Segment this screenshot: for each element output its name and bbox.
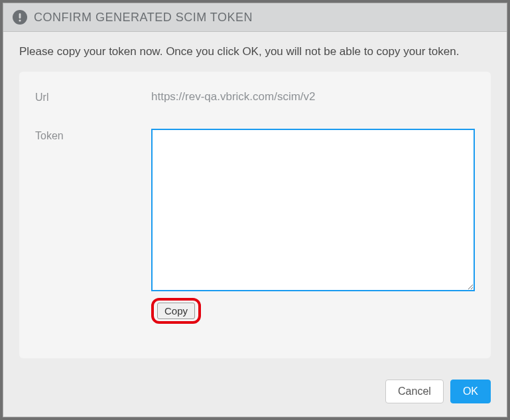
token-label: Token xyxy=(35,129,151,142)
token-row: Token xyxy=(35,129,475,291)
instruction-text: Please copy your token now. Once you cli… xyxy=(19,44,491,60)
token-textarea[interactable] xyxy=(151,129,475,291)
dialog-title: CONFIRM GENERATED SCIM TOKEN xyxy=(34,11,253,25)
dialog-header: CONFIRM GENERATED SCIM TOKEN xyxy=(3,3,507,32)
alert-icon xyxy=(13,10,27,25)
cancel-button[interactable]: Cancel xyxy=(385,380,444,403)
copy-button[interactable]: Copy xyxy=(157,303,195,319)
dialog-body: Please copy your token now. Once you cli… xyxy=(3,32,507,372)
dialog-footer: Cancel OK xyxy=(3,372,507,417)
ok-button[interactable]: OK xyxy=(450,380,491,403)
confirm-token-dialog: CONFIRM GENERATED SCIM TOKEN Please copy… xyxy=(3,3,507,417)
url-value: https://rev-qa.vbrick.com/scim/v2 xyxy=(151,90,316,104)
svg-point-2 xyxy=(19,19,21,21)
url-label: Url xyxy=(35,90,151,104)
copy-row: Copy xyxy=(151,298,475,324)
url-row: Url https://rev-qa.vbrick.com/scim/v2 xyxy=(35,90,475,104)
copy-highlight: Copy xyxy=(151,298,201,324)
svg-rect-1 xyxy=(19,13,21,19)
token-panel: Url https://rev-qa.vbrick.com/scim/v2 To… xyxy=(19,72,491,358)
